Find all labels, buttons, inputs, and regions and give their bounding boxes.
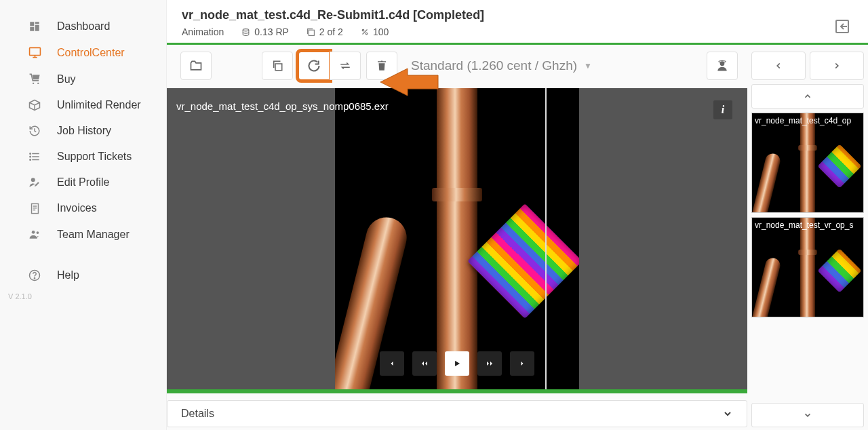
sidebar-item-controlcenter[interactable]: ControlCenter (0, 39, 166, 66)
compare-divider[interactable] (545, 88, 547, 389)
sidebar-item-label: Buy (57, 73, 76, 85)
next-frame-button[interactable] (510, 351, 534, 376)
sidebar-item-job-history[interactable]: Job History (0, 118, 166, 144)
svg-point-32 (720, 61, 725, 66)
sidebar-item-label: Support Tickets (57, 151, 132, 163)
next-thumb-button[interactable] (810, 52, 864, 80)
chevron-down-icon (722, 408, 733, 419)
user-button[interactable] (707, 52, 738, 80)
svg-rect-1 (35, 22, 39, 24)
job-meta: Animation 0.13 RP 2 of 2 (182, 26, 484, 37)
coin-icon (241, 28, 250, 37)
swap-button[interactable] (330, 52, 361, 80)
job-type: Animation (182, 26, 224, 37)
thumbnail-label: vr_node_mat_test_vr_op_s (755, 220, 861, 230)
scroll-up-button[interactable] (751, 84, 864, 109)
sidebar-item-label: Job History (57, 125, 111, 137)
render-image (335, 88, 579, 389)
box-icon (27, 99, 42, 111)
thumbnail-label: vr_node_mat_test_c4d_op (755, 116, 861, 125)
cart-icon (27, 73, 42, 85)
svg-rect-2 (35, 25, 39, 31)
details-label: Details (181, 408, 214, 420)
job-frames: 2 of 2 (307, 26, 343, 37)
thumbnail-item[interactable]: vr_node_mat_test_vr_op_s (751, 217, 864, 317)
svg-rect-4 (29, 47, 40, 55)
version-label: V 2.1.0 (0, 292, 166, 300)
svg-point-27 (362, 29, 364, 31)
folder-button[interactable] (180, 52, 212, 80)
svg-point-28 (366, 33, 368, 35)
chevron-down-icon: ▼ (584, 61, 592, 71)
history-icon (27, 125, 42, 137)
resubmit-button[interactable] (298, 52, 330, 80)
sidebar-item-label: Edit Profile (57, 176, 109, 189)
main-area: vr_node_mat_test.c4d_Re-Submit1.c4d [Com… (166, 0, 868, 430)
preview-viewport: vr_node_mat_test_c4d_op_sys_nomp0685.exr… (167, 88, 747, 393)
help-icon (27, 269, 42, 281)
svg-rect-0 (30, 22, 34, 26)
prev-frame-button[interactable] (380, 351, 404, 376)
sidebar-item-label: Unlimited Render (57, 99, 141, 111)
svg-rect-25 (309, 30, 314, 35)
sidebar-item-label: ControlCenter (57, 47, 125, 59)
team-icon (27, 228, 42, 241)
sidebar-item-team-manager[interactable]: Team Manager (0, 221, 166, 248)
toolbar: Standard (1.260 cent / Ghzh) ▼ (167, 45, 751, 88)
details-expander[interactable]: Details (167, 400, 747, 427)
prev-thumb-button[interactable] (751, 52, 806, 80)
sidebar-item-invoices[interactable]: Invoices (0, 195, 166, 221)
svg-point-15 (31, 178, 35, 182)
sidebar-item-dashboard[interactable]: Dashboard (0, 14, 166, 39)
thumbnail-panel: vr_node_mat_test_c4d_op vr_node_mat_test… (751, 45, 868, 430)
job-cost: 0.13 RP (241, 26, 289, 37)
fast-forward-button[interactable] (477, 351, 502, 376)
sidebar: Dashboard ControlCenter Buy Unlimited Re… (0, 0, 166, 430)
svg-rect-3 (30, 27, 34, 31)
svg-point-13 (30, 156, 31, 157)
dashboard-icon (27, 20, 42, 33)
monitor-icon (27, 46, 42, 59)
scroll-down-button[interactable] (751, 403, 864, 427)
sidebar-item-support-tickets[interactable]: Support Tickets (0, 144, 166, 170)
rewind-button[interactable] (412, 351, 437, 376)
percent-icon (361, 28, 369, 36)
svg-rect-31 (275, 64, 282, 71)
svg-point-8 (37, 83, 39, 84)
exit-button[interactable] (831, 16, 853, 37)
frames-icon (307, 28, 315, 37)
svg-point-20 (31, 231, 35, 234)
sidebar-item-label: Team Manager (57, 229, 130, 241)
sidebar-item-unlimited-render[interactable]: Unlimited Render (0, 92, 166, 118)
job-header: vr_node_mat_test.c4d_Re-Submit1.c4d [Com… (167, 0, 868, 45)
sidebar-item-buy[interactable]: Buy (0, 66, 166, 92)
copy-button[interactable] (262, 52, 293, 80)
svg-point-7 (32, 83, 33, 84)
list-icon (27, 151, 42, 163)
sidebar-item-edit-profile[interactable]: Edit Profile (0, 170, 166, 195)
svg-point-12 (30, 153, 31, 155)
sidebar-item-label: Help (57, 269, 79, 281)
thumbnail-item[interactable]: vr_node_mat_test_c4d_op (751, 113, 864, 213)
user-edit-icon (27, 176, 42, 189)
receipt-icon (27, 203, 42, 214)
svg-point-21 (36, 231, 39, 234)
job-percent: 100 (361, 26, 389, 37)
sidebar-item-help[interactable]: Help (0, 262, 166, 288)
job-title: vr_node_mat_test.c4d_Re-Submit1.c4d [Com… (182, 8, 484, 22)
delete-button[interactable] (366, 52, 397, 80)
preview-filename: vr_node_mat_test_c4d_op_sys_nomp0685.exr (176, 100, 389, 112)
pricing-dropdown[interactable]: Standard (1.260 cent / Ghzh) ▼ (403, 58, 600, 73)
play-button[interactable] (445, 351, 469, 376)
svg-line-26 (362, 30, 367, 35)
sidebar-item-label: Dashboard (57, 20, 110, 33)
playback-controls (380, 351, 534, 376)
svg-point-23 (34, 278, 35, 279)
sidebar-item-label: Invoices (57, 202, 97, 214)
svg-point-14 (30, 159, 31, 161)
svg-point-24 (243, 28, 249, 31)
